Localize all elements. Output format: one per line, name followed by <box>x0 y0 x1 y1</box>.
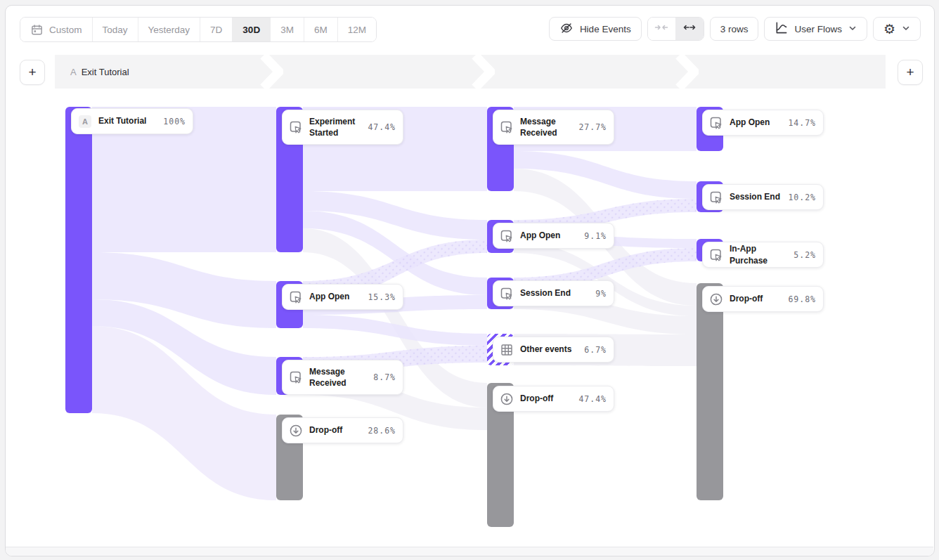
event-icon <box>500 120 514 134</box>
sankey-links-layer <box>5 5 935 556</box>
dropoff-icon <box>289 424 303 438</box>
node-label: Drop-off <box>730 293 782 304</box>
node-label: Experiment Started <box>309 116 361 138</box>
session-end-4-node[interactable]: Session End10.2% <box>702 184 824 210</box>
event-icon <box>500 287 514 301</box>
drop-off-2-node[interactable]: Drop-off28.6% <box>282 417 403 443</box>
node-label: Session End <box>730 191 782 202</box>
experiment-started-node[interactable]: Experiment Started47.4% <box>282 110 403 145</box>
node-value: 14.7% <box>788 118 816 128</box>
drop-off-4-node[interactable]: Drop-off69.8% <box>702 286 824 312</box>
user-flows-panel: CustomTodayYesterday7D30D3M6M12M Hide Ev… <box>5 5 935 556</box>
node-value: 47.4% <box>368 122 396 132</box>
event-icon <box>500 229 514 243</box>
node-value: 15.3% <box>368 292 396 302</box>
session-end-3-node[interactable]: Session End9% <box>493 280 614 306</box>
app-open-2-node[interactable]: App Open15.3% <box>282 284 403 310</box>
message-received-2-node[interactable]: Message Received8.7% <box>282 360 403 395</box>
node-label: App Open <box>730 117 782 128</box>
node-value: 47.4% <box>578 394 607 404</box>
node-value: 10.2% <box>788 193 816 202</box>
drop-off-4-bar[interactable] <box>697 283 723 500</box>
panel-footer <box>6 547 933 556</box>
node-value: 28.6% <box>368 426 396 436</box>
exit-tutorial-node[interactable]: AExit Tutorial100% <box>71 108 193 134</box>
app-open-4-node[interactable]: App Open14.7% <box>702 110 824 136</box>
node-label: Message Received <box>309 366 367 389</box>
drop-off-3-node[interactable]: Drop-off47.4% <box>493 386 614 412</box>
other-events-3-node[interactable]: Other events6.7% <box>493 337 614 363</box>
dropoff-icon <box>709 292 723 306</box>
node-label: Session End <box>520 287 589 299</box>
node-value: 9% <box>595 289 607 299</box>
node-value: 69.8% <box>788 294 816 304</box>
node-value: 27.7% <box>578 122 607 132</box>
event-icon <box>709 248 723 262</box>
event-icon <box>709 190 723 204</box>
node-label: Other events <box>520 344 578 355</box>
node-value: 100% <box>163 117 186 126</box>
event-icon <box>709 116 723 130</box>
node-value: 5.2% <box>794 250 816 260</box>
event-letter-badge: A <box>79 115 91 128</box>
node-label: Exit Tutorial <box>98 115 157 126</box>
node-value: 6.7% <box>584 345 607 355</box>
exit-tutorial-bar[interactable] <box>65 107 92 413</box>
event-icon <box>289 370 303 384</box>
message-received-3-node[interactable]: Message Received27.7% <box>493 110 614 145</box>
node-label: Drop-off <box>309 424 361 436</box>
event-icon <box>289 290 303 304</box>
node-label: Message Received <box>520 116 572 138</box>
node-label: App Open <box>309 291 361 302</box>
app-open-3-node[interactable]: App Open9.1% <box>493 223 614 249</box>
dropoff-icon <box>500 392 514 406</box>
grid-icon <box>500 343 514 357</box>
node-label: In-App Purchase <box>730 243 787 266</box>
node-value: 8.7% <box>373 372 396 382</box>
node-label: App Open <box>520 230 578 241</box>
event-letter-icon: A <box>78 115 92 129</box>
in-app-purchase-4-node[interactable]: In-App Purchase5.2% <box>702 242 824 268</box>
node-label: Drop-off <box>520 393 572 404</box>
node-value: 9.1% <box>584 231 607 241</box>
event-icon <box>289 120 303 134</box>
